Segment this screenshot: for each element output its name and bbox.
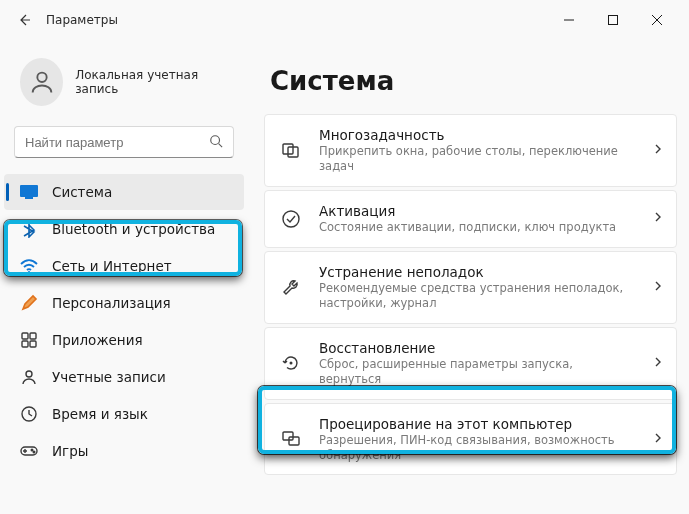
close-icon (652, 15, 662, 25)
card-subtitle: Состояние активации, подписки, ключ прод… (319, 220, 636, 235)
svg-rect-7 (20, 185, 38, 197)
checkmark-icon (279, 207, 303, 231)
person-icon (28, 68, 56, 96)
gamepad-icon (20, 442, 38, 460)
profile-section[interactable]: Локальная учетная запись (0, 40, 248, 126)
arrow-left-icon (16, 12, 32, 28)
chevron-right-icon (652, 280, 664, 295)
svg-point-5 (211, 135, 220, 144)
search-box[interactable] (14, 126, 234, 158)
card-subtitle: Рекомендуемые средства устранения непола… (319, 281, 636, 311)
content-pane: Система Многозадачность Прикрепить окна,… (252, 40, 689, 514)
recovery-icon (279, 351, 303, 375)
svg-point-14 (26, 371, 32, 377)
card-title: Устранение неполадок (319, 264, 636, 280)
card-title: Восстановление (319, 340, 636, 356)
card-projecting[interactable]: Проецирование на этот компьютер Разрешен… (264, 403, 677, 476)
sidebar-item-apps[interactable]: Приложения (4, 322, 244, 358)
settings-card-list: Многозадачность Прикрепить окна, рабочие… (264, 114, 677, 475)
sidebar-item-gaming[interactable]: Игры (4, 433, 244, 469)
chevron-right-icon (652, 211, 664, 226)
titlebar: Параметры (0, 0, 689, 40)
svg-point-9 (28, 271, 30, 273)
svg-rect-12 (22, 341, 28, 347)
sidebar-item-system[interactable]: Система (4, 174, 244, 210)
svg-rect-24 (289, 437, 299, 445)
wrench-icon (279, 275, 303, 299)
sidebar-item-accounts[interactable]: Учетные записи (4, 359, 244, 395)
sidebar-item-bluetooth[interactable]: Bluetooth и устройства (4, 211, 244, 247)
sidebar: Локальная учетная запись Система Bluetoo… (0, 40, 252, 514)
profile-subtitle: Локальная учетная запись (75, 68, 228, 96)
multitask-icon (279, 138, 303, 162)
search-input[interactable] (25, 135, 201, 150)
display-icon (20, 183, 38, 201)
nav-list: Система Bluetooth и устройства Сеть и Ин… (0, 170, 248, 473)
svg-point-21 (283, 211, 299, 227)
minimize-icon (564, 15, 574, 25)
card-subtitle: Разрешения, ПИН-код связывания, возможно… (319, 433, 636, 463)
search-icon (209, 134, 223, 151)
maximize-button[interactable] (591, 4, 635, 36)
card-title: Многозадачность (319, 127, 636, 143)
svg-rect-13 (30, 341, 36, 347)
chevron-right-icon (652, 356, 664, 371)
window-controls (547, 4, 679, 36)
svg-rect-23 (283, 432, 293, 440)
sidebar-item-personalization[interactable]: Персонализация (4, 285, 244, 321)
page-title: Система (270, 66, 677, 96)
card-recovery[interactable]: Восстановление Сброс, расширенные параме… (264, 327, 677, 400)
sidebar-item-label: Игры (52, 443, 88, 459)
window-title: Параметры (46, 13, 118, 27)
back-button[interactable] (10, 6, 38, 34)
apps-icon (20, 331, 38, 349)
card-title: Проецирование на этот компьютер (319, 416, 636, 432)
sidebar-item-label: Bluetooth и устройства (52, 221, 215, 237)
svg-point-22 (290, 362, 293, 365)
card-activation[interactable]: Активация Состояние активации, подписки,… (264, 190, 677, 248)
projecting-icon (279, 427, 303, 451)
sidebar-item-label: Персонализация (52, 295, 171, 311)
card-title: Активация (319, 203, 636, 219)
brush-icon (20, 294, 38, 312)
svg-point-4 (37, 73, 46, 82)
maximize-icon (608, 15, 618, 25)
chevron-right-icon (652, 432, 664, 447)
svg-rect-11 (30, 333, 36, 339)
accounts-icon (20, 368, 38, 386)
svg-point-18 (33, 451, 35, 453)
card-multitasking[interactable]: Многозадачность Прикрепить окна, рабочие… (264, 114, 677, 187)
card-subtitle: Сброс, расширенные параметры запуска, ве… (319, 357, 636, 387)
chevron-right-icon (652, 143, 664, 158)
svg-line-6 (219, 143, 223, 147)
bluetooth-icon (20, 220, 38, 238)
sidebar-item-label: Приложения (52, 332, 143, 348)
svg-point-17 (31, 449, 33, 451)
close-button[interactable] (635, 4, 679, 36)
sidebar-item-label: Время и язык (52, 406, 148, 422)
sidebar-item-label: Учетные записи (52, 369, 166, 385)
card-subtitle: Прикрепить окна, рабочие столы, переключ… (319, 144, 636, 174)
sidebar-item-label: Система (52, 184, 112, 200)
svg-rect-10 (22, 333, 28, 339)
minimize-button[interactable] (547, 4, 591, 36)
sidebar-item-network[interactable]: Сеть и Интернет (4, 248, 244, 284)
svg-rect-8 (25, 197, 33, 199)
clock-icon (20, 405, 38, 423)
svg-rect-1 (609, 16, 618, 25)
avatar (20, 58, 63, 106)
sidebar-item-time[interactable]: Время и язык (4, 396, 244, 432)
sidebar-item-label: Сеть и Интернет (52, 258, 172, 274)
wifi-icon (20, 257, 38, 275)
card-troubleshoot[interactable]: Устранение неполадок Рекомендуемые средс… (264, 251, 677, 324)
